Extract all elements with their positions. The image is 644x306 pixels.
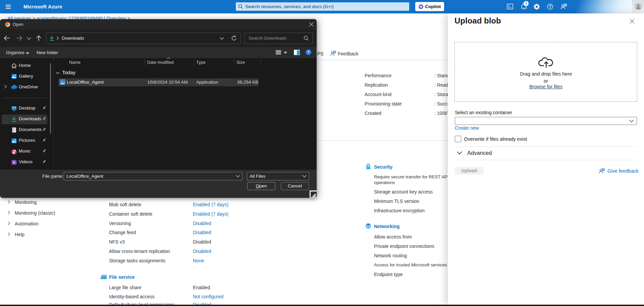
svg-text:?: ? [549, 5, 551, 9]
